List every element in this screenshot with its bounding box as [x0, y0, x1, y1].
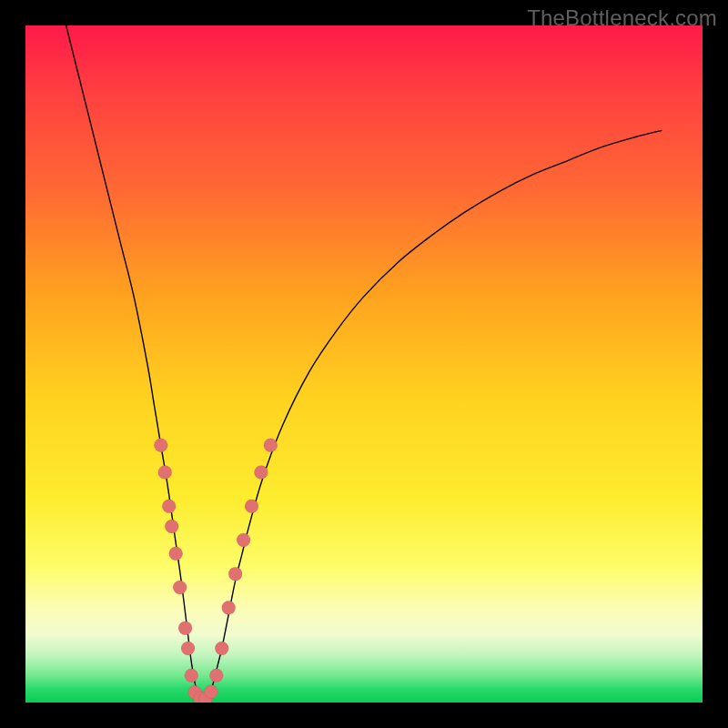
data-point — [215, 642, 228, 655]
data-point — [178, 622, 192, 635]
watermark-text: TheBottleneck.com — [527, 5, 717, 31]
data-point — [173, 581, 187, 594]
data-point — [204, 685, 217, 699]
data-point — [237, 533, 250, 547]
data-point — [158, 466, 172, 480]
chart-container: TheBottleneck.com — [0, 0, 728, 728]
data-point — [228, 567, 242, 581]
data-point — [162, 500, 176, 513]
data-points — [154, 439, 278, 703]
data-point — [181, 642, 195, 655]
data-point — [254, 466, 268, 480]
data-point — [169, 547, 183, 561]
bottleneck-curve — [66, 25, 662, 700]
data-point — [165, 520, 178, 533]
data-point — [222, 601, 236, 614]
data-point — [154, 439, 167, 452]
data-point — [209, 669, 223, 682]
data-point — [185, 669, 198, 682]
curve-layer — [25, 25, 703, 703]
data-point — [245, 500, 258, 513]
data-point — [264, 439, 278, 452]
plot-area — [25, 25, 703, 703]
